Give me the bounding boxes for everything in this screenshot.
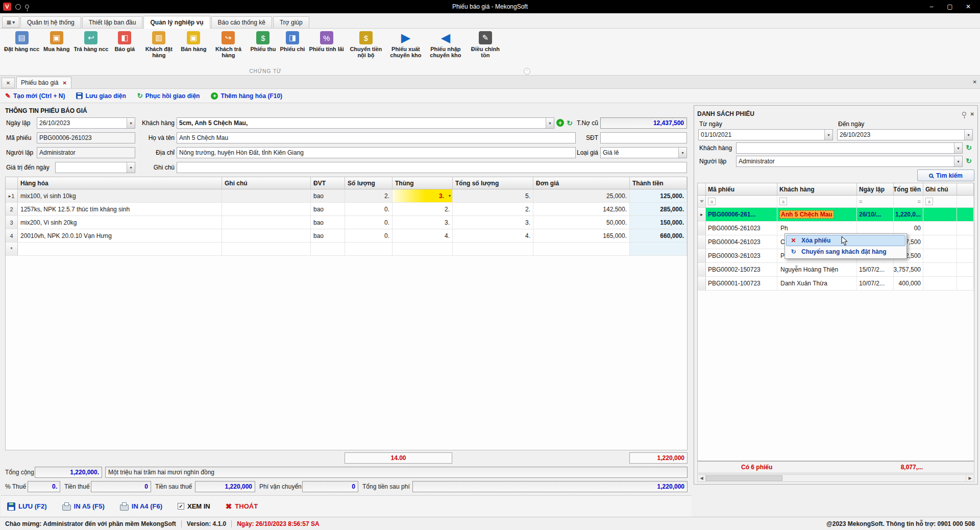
- equals-filter-icon[interactable]: =: [859, 199, 862, 205]
- filter-ngay-lap[interactable]: =: [857, 196, 894, 207]
- close-button[interactable]: ✕: [960, 1, 977, 12]
- print-a5-button[interactable]: IN A5 (F5): [62, 502, 105, 511]
- cell-tong-so-luong[interactable]: 3.: [453, 216, 533, 229]
- cell-thung[interactable]: 3.: [393, 189, 453, 202]
- column-tong-so-luong[interactable]: Tổng số lượng: [453, 177, 533, 189]
- ribbon-item-tra-hang-ncc[interactable]: ↩Trả hàng ncc: [71, 31, 110, 53]
- ribbon-item-dat-hang-ncc[interactable]: ▤Đặt hàng ncc: [2, 31, 41, 53]
- dia-chi-field[interactable]: Nông trường, huyện Hòn Đất, tỉnh Kiên Gi…: [177, 147, 576, 158]
- column-tong-tien[interactable]: Tổng tiền: [894, 183, 923, 195]
- cell-ghi-chu[interactable]: [923, 277, 957, 290]
- table-row[interactable]: 1 mix100, vi sinh 10kg bao 2. 3. 5. 25,0…: [6, 189, 687, 203]
- chevron-down-icon[interactable]: ▾: [964, 130, 972, 140]
- ribbon-collapse-button[interactable]: ˆ: [524, 68, 530, 75]
- cell-ghi-chu[interactable]: [923, 222, 957, 235]
- cell-ghi-chu[interactable]: [923, 235, 957, 249]
- refresh-icon[interactable]: ↻: [965, 143, 973, 152]
- column-don-gia[interactable]: Đơn giá: [533, 177, 630, 189]
- cell-thanh-tien[interactable]: 150,000.: [630, 216, 687, 229]
- column-ghi-chu[interactable]: Ghi chú: [923, 183, 957, 195]
- refresh-icon[interactable]: ↻: [965, 157, 973, 165]
- scroll-left-icon[interactable]: ◀: [698, 475, 706, 481]
- row-header[interactable]: 4: [6, 229, 18, 242]
- filter-khach-hang[interactable]: a: [777, 196, 857, 207]
- add-customer-icon[interactable]: +: [556, 119, 564, 127]
- ngay-lap-combo[interactable]: 26/10/2023▾: [37, 117, 135, 129]
- table-row[interactable]: 2 1257ks, NPK 12.5.7 thúc tím kháng sinh…: [6, 203, 687, 216]
- text-filter-icon[interactable]: a: [925, 198, 933, 205]
- cell-hang-hoa[interactable]: mix100, vi sinh 10kg: [18, 189, 222, 202]
- cell-tong-tien[interactable]: 3,757,500: [894, 263, 923, 276]
- close-icon[interactable]: ✕: [62, 80, 66, 86]
- chevron-down-icon[interactable]: ▾: [678, 148, 687, 158]
- cell-don-gia[interactable]: 50,000.: [533, 216, 630, 229]
- context-menu-item-convert[interactable]: ↻ Chuyển sang khách đặt hàng: [786, 246, 905, 257]
- cell-dvt[interactable]: [311, 243, 345, 255]
- table-row[interactable]: 4 20010vh, NPK 20.0.10 Vạn Hưng bao 0. 4…: [6, 229, 687, 243]
- cell-ghi-chu[interactable]: [923, 249, 957, 262]
- cell-so-luong[interactable]: 0.: [345, 216, 393, 229]
- khach-hang-combo[interactable]: 5cm, Anh 5 Chệch Mau,▾: [177, 117, 554, 129]
- cell-so-luong[interactable]: 2.: [345, 189, 393, 202]
- cell-so-luong[interactable]: [345, 243, 393, 255]
- column-ma-phieu[interactable]: Mã phiếu: [706, 183, 777, 195]
- scrollbar-thumb[interactable]: [706, 475, 782, 481]
- cell-thanh-tien[interactable]: 660,000.: [630, 229, 687, 242]
- pct-thue-value[interactable]: 0.: [28, 481, 60, 492]
- row-header[interactable]: [698, 208, 706, 221]
- nguoi-lap-filter-combo[interactable]: Administrator▾: [736, 156, 963, 167]
- table-row[interactable]: *: [6, 243, 687, 256]
- chevron-down-icon[interactable]: ▾: [824, 130, 832, 140]
- cell-khach-hang[interactable]: Anh 5 Chệch Mau: [777, 208, 857, 221]
- cell-don-gia[interactable]: 165,000.: [533, 229, 630, 242]
- ribbon-item-ban-hang[interactable]: ▣Bán hàng: [179, 31, 208, 53]
- cell-thung[interactable]: 3.: [393, 216, 453, 229]
- column-dvt[interactable]: ĐVT: [311, 177, 345, 189]
- table-row[interactable]: 3 mix200, Vi sinh 20kg bao 0. 3. 3. 50,0…: [6, 216, 687, 229]
- cell-ngay-lap[interactable]: 26/10/...: [857, 208, 894, 221]
- ribbon-item-phieu-nhap-chuyen-kho[interactable]: ◀Phiếu nhập chuyển kho: [426, 31, 465, 59]
- restore-layout-button[interactable]: ↻Phục hồi giao diện: [137, 92, 200, 100]
- row-header[interactable]: [698, 222, 706, 235]
- checkbox-checked-icon[interactable]: ✓: [178, 503, 184, 510]
- chevron-down-icon[interactable]: ▾: [954, 156, 962, 166]
- cell-tong-tien[interactable]: 1,220,0...: [894, 208, 923, 221]
- tu-ngay-combo[interactable]: 01/10/2021▾: [698, 129, 833, 140]
- cell-ngay-lap[interactable]: 10/07/2...: [857, 277, 894, 290]
- cell-thung[interactable]: 4.: [393, 229, 453, 242]
- ma-phieu-field[interactable]: PBG00006-261023: [37, 132, 135, 143]
- phi-van-chuyen-value[interactable]: 0: [302, 481, 358, 492]
- gia-tri-den-ngay-combo[interactable]: ▾: [55, 162, 135, 173]
- minimize-button[interactable]: –: [923, 1, 940, 12]
- khach-hang-filter-combo[interactable]: ▾: [736, 142, 963, 154]
- cell-dvt[interactable]: bao: [311, 216, 345, 229]
- column-ngay-lap[interactable]: Ngày lập: [857, 183, 894, 195]
- preview-checkbox[interactable]: ✓XEM IN: [178, 502, 210, 510]
- cell-khach-hang[interactable]: Danh Xuân Thừa: [777, 277, 857, 290]
- ribbon-item-phieu-tinh-lai[interactable]: %Phiếu tính lãi: [307, 31, 346, 53]
- cell-ghi-chu[interactable]: [222, 229, 311, 242]
- print-a4-button[interactable]: IN A4 (F6): [120, 502, 162, 511]
- row-header[interactable]: 2: [6, 203, 18, 215]
- cell-hang-hoa[interactable]: 20010vh, NPK 20.0.10 Vạn Hưng: [18, 229, 222, 242]
- refresh-customer-icon[interactable]: ↻: [566, 119, 574, 127]
- loai-gia-combo[interactable]: Giá lẻ▾: [600, 147, 687, 158]
- sdt-field[interactable]: [600, 132, 687, 143]
- exit-button[interactable]: ✖THOÁT: [226, 502, 258, 511]
- cell-tong-so-luong[interactable]: 5.: [453, 189, 533, 202]
- column-thung[interactable]: Thùng: [393, 177, 453, 189]
- ho-va-ten-field[interactable]: Anh 5 Chệch Mau: [177, 132, 576, 143]
- cell-ma-phieu[interactable]: PBG00001-100723: [706, 277, 777, 290]
- tab-tro-giup[interactable]: Trợ giúp: [273, 16, 309, 28]
- cell-tong-so-luong[interactable]: [453, 243, 533, 255]
- cell-so-luong[interactable]: 0.: [345, 203, 393, 215]
- column-thanh-tien[interactable]: Thành tiền: [630, 177, 687, 189]
- row-header[interactable]: [698, 235, 706, 249]
- doc-tab-phieu-bao-gia[interactable]: Phiếu báo giá ✕: [16, 77, 71, 88]
- ribbon-item-khach-dat-hang[interactable]: ▥Khách đặt hàng: [139, 31, 179, 59]
- row-header[interactable]: 3: [6, 216, 18, 229]
- search-button[interactable]: Tìm kiếm: [917, 170, 974, 181]
- cell-thanh-tien[interactable]: 285,000.: [630, 203, 687, 215]
- filter-ghi-chu[interactable]: a: [923, 196, 957, 207]
- list-row[interactable]: PBG00001-100723 Danh Xuân Thừa 10/07/2..…: [698, 277, 974, 291]
